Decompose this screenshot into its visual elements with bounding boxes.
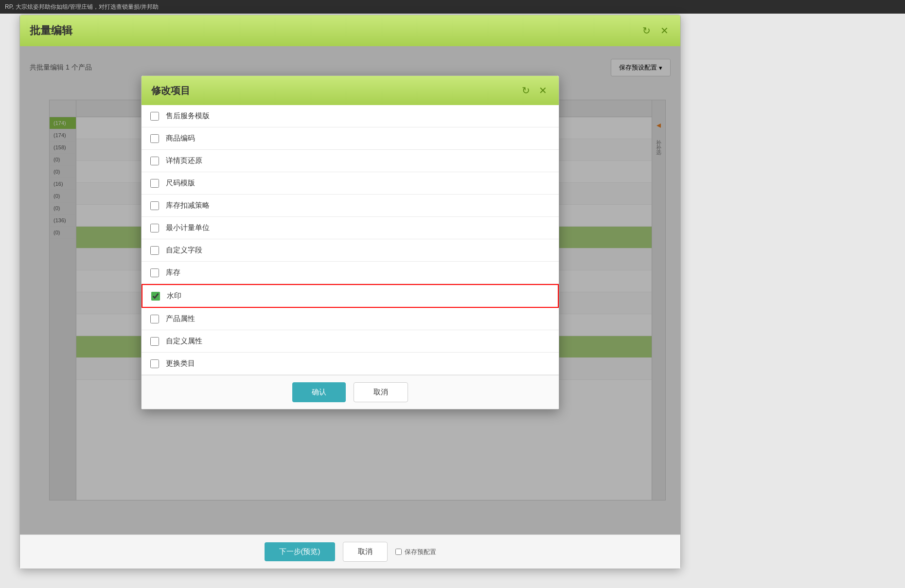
inner-dialog-overlay: 修改项目 ↻ ✕ 售后服务模版 xyxy=(20,46,680,535)
item-label-6: 自定义字段 xyxy=(166,246,202,255)
item-label-5: 最小计量单位 xyxy=(166,223,210,232)
outer-modal-title: 批量编辑 xyxy=(30,23,72,38)
checkbox-5[interactable] xyxy=(150,224,159,232)
list-item-7[interactable]: 库存 xyxy=(142,262,559,284)
list-item-0[interactable]: 售后服务模版 xyxy=(142,105,559,127)
save-preset-checkbox[interactable] xyxy=(395,549,402,555)
outer-modal: 批量编辑 ↻ ✕ 共批量编辑 1 个产品 保存预设配置 ▾ xyxy=(19,15,681,569)
item-label-0: 售后服务模版 xyxy=(166,111,210,121)
inner-dialog-footer: 确认 取消 xyxy=(142,375,559,409)
list-item-9[interactable]: 产品属性 xyxy=(142,308,559,330)
outer-modal-refresh-button[interactable]: ↻ xyxy=(640,23,653,38)
inner-dialog-refresh-button[interactable]: ↻ xyxy=(520,83,532,98)
inner-dialog-body: 售后服务模版 商品编码 详情页还原 xyxy=(142,105,559,375)
checkbox-2[interactable] xyxy=(150,157,159,165)
inner-dialog: 修改项目 ↻ ✕ 售后服务模版 xyxy=(141,75,559,410)
checkbox-0[interactable] xyxy=(150,112,159,121)
item-label-10: 自定义属性 xyxy=(166,337,202,346)
list-item-6[interactable]: 自定义字段 xyxy=(142,239,559,262)
outer-modal-header: 批量编辑 ↻ ✕ xyxy=(20,15,680,46)
top-bar: RP, 大宗炫姿邦助你如组/管理庄铺，对打选查锁量损/并邦助 xyxy=(0,0,905,14)
item-label-7: 库存 xyxy=(166,268,180,277)
checkbox-7[interactable] xyxy=(150,268,159,277)
checkbox-9[interactable] xyxy=(150,315,159,323)
inner-dialog-header-actions: ↻ ✕ xyxy=(520,83,549,98)
cancel-button-outer[interactable]: 取消 xyxy=(343,542,388,562)
list-item-10[interactable]: 自定义属性 xyxy=(142,330,559,353)
inner-dialog-header: 修改项目 ↻ ✕ xyxy=(142,76,559,105)
outer-modal-actions: ↻ ✕ xyxy=(640,23,671,38)
outer-modal-body: 共批量编辑 1 个产品 保存预设配置 ▾ xyxy=(20,46,680,535)
cancel-button-inner[interactable]: 取消 xyxy=(354,382,408,402)
outer-modal-close-button[interactable]: ✕ xyxy=(658,23,671,38)
checkbox-11[interactable] xyxy=(150,359,159,368)
list-item-1[interactable]: 商品编码 xyxy=(142,127,559,150)
item-label-2: 详情页还原 xyxy=(166,156,202,165)
item-label-4: 库存扣减策略 xyxy=(166,201,210,210)
checkbox-8[interactable] xyxy=(151,292,160,301)
save-preset-check: 保存预配置 xyxy=(395,548,436,556)
top-bar-text: RP, 大宗炫姿邦助你如组/管理庄铺，对打选查锁量损/并邦助 xyxy=(5,3,159,11)
inner-dialog-close-button[interactable]: ✕ xyxy=(537,83,549,98)
item-label-3: 尺码模版 xyxy=(166,178,195,188)
inner-dialog-title: 修改项目 xyxy=(151,84,190,97)
list-item-2[interactable]: 详情页还原 xyxy=(142,150,559,172)
items-list[interactable]: 售后服务模版 商品编码 详情页还原 xyxy=(142,105,559,375)
checkbox-10[interactable] xyxy=(150,337,159,346)
list-item-11[interactable]: 更换类目 xyxy=(142,353,559,375)
item-label-11: 更换类目 xyxy=(166,359,195,368)
checkbox-1[interactable] xyxy=(150,134,159,143)
next-step-button[interactable]: 下一步(预览) xyxy=(265,542,335,561)
confirm-button[interactable]: 确认 xyxy=(292,382,346,402)
item-label-1: 商品编码 xyxy=(166,134,195,143)
list-item-3[interactable]: 尺码模版 xyxy=(142,172,559,195)
list-item-5[interactable]: 最小计量单位 xyxy=(142,217,559,239)
save-preset-check-label: 保存预配置 xyxy=(405,548,436,556)
list-item-8-watermark[interactable]: 水印 xyxy=(142,284,559,308)
list-item-4[interactable]: 库存扣减策略 xyxy=(142,195,559,217)
checkbox-3[interactable] xyxy=(150,179,159,188)
checkbox-6[interactable] xyxy=(150,246,159,255)
checkbox-4[interactable] xyxy=(150,201,159,210)
item-label-8: 水印 xyxy=(167,291,181,301)
outer-modal-footer: 下一步(预览) 取消 保存预配置 xyxy=(20,535,680,569)
item-label-9: 产品属性 xyxy=(166,314,195,323)
